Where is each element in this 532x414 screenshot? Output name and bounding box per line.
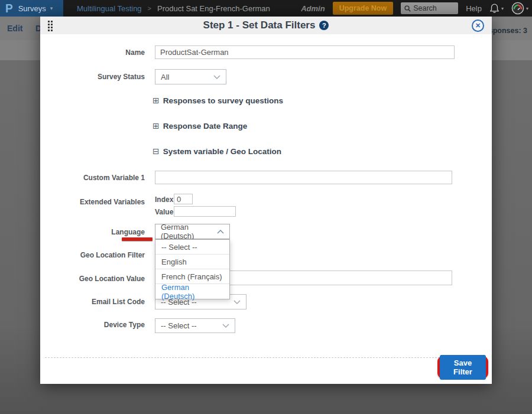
- language-option-german[interactable]: German (Deutsch): [155, 284, 229, 299]
- surveys-menu[interactable]: P Surveys ▾: [0, 0, 63, 17]
- save-filter-button[interactable]: Save Filter: [440, 355, 486, 380]
- search-input[interactable]: [413, 4, 455, 12]
- chevron-up-icon: [217, 230, 224, 234]
- red-underline-annotation: [122, 237, 153, 241]
- device-type-value: -- Select --: [161, 321, 197, 330]
- chevron-down-icon: ▾: [526, 6, 528, 11]
- breadcrumb: Multilingual Testing > Product Sat Eng-F…: [77, 0, 270, 17]
- topbar-right-group: Admin Upgrade Now Help ▾: [301, 0, 528, 17]
- section-responses-to-survey-questions[interactable]: ⊞ Responses to survey questions: [153, 96, 283, 105]
- expand-icon[interactable]: ⊞: [153, 121, 160, 131]
- expand-icon[interactable]: ⊞: [153, 96, 160, 105]
- screen: Edit Di Responses: 3 P Surveys ▾ Multili…: [0, 0, 532, 414]
- language-label: Language: [40, 228, 145, 236]
- section-label: Responses to survey questions: [163, 96, 283, 105]
- bell-icon: [489, 3, 499, 14]
- survey-status-label: Survey Status: [40, 73, 145, 81]
- language-option-english[interactable]: English: [155, 255, 229, 269]
- breadcrumb-current: Product Sat Eng-French-German: [157, 4, 270, 13]
- global-search[interactable]: [401, 2, 458, 14]
- chevron-down-icon: [233, 300, 241, 304]
- surveys-menu-label: Surveys: [18, 4, 46, 13]
- breadcrumb-separator: >: [148, 5, 151, 12]
- device-type-select[interactable]: -- Select --: [155, 318, 235, 333]
- email-list-code-label: Email List Code: [40, 298, 145, 306]
- survey-status-select[interactable]: All: [155, 69, 226, 84]
- language-select[interactable]: German (Deutsch): [155, 224, 230, 239]
- help-link[interactable]: Help: [466, 4, 482, 13]
- section-response-date-range[interactable]: ⊞ Response Date Range: [153, 121, 247, 131]
- account-menu[interactable]: ▾: [511, 2, 528, 15]
- close-icon[interactable]: ✕: [472, 19, 484, 32]
- modal-title: Step 1 - Set Data Filters: [203, 19, 316, 31]
- language-options-list: -- Select -- English French (Français) G…: [155, 239, 230, 299]
- custom-variable-1-input[interactable]: [155, 171, 452, 184]
- admin-label: Admin: [301, 4, 325, 13]
- tab-edit[interactable]: Edit: [7, 24, 22, 33]
- avatar: [511, 2, 524, 15]
- device-type-label: Device Type: [40, 321, 145, 329]
- survey-status-value: All: [161, 73, 169, 82]
- footer-divider: [45, 357, 487, 358]
- red-highlight-annotation: Save Filter: [437, 356, 488, 379]
- chevron-down-icon: [222, 324, 229, 328]
- search-icon: [404, 5, 411, 12]
- name-label: Name: [40, 48, 145, 57]
- upgrade-now-button[interactable]: Upgrade Now: [333, 2, 394, 15]
- language-option-french[interactable]: French (Français): [155, 269, 229, 284]
- extended-variables-label: Extended Variables: [40, 198, 145, 206]
- modal-header: Step 1 - Set Data Filters ? ✕: [40, 17, 492, 34]
- geo-location-value-label: Geo Location Value: [40, 275, 145, 283]
- top-nav-bar: P Surveys ▾ Multilingual Testing > Produ…: [0, 0, 532, 17]
- questionpro-logo-icon: P: [5, 2, 13, 14]
- breadcrumb-parent-link[interactable]: Multilingual Testing: [77, 4, 142, 13]
- chevron-down-icon: [213, 75, 220, 79]
- index-input[interactable]: [174, 194, 193, 204]
- language-option-select[interactable]: -- Select --: [155, 240, 229, 255]
- name-input[interactable]: [155, 45, 455, 59]
- set-data-filters-modal: Step 1 - Set Data Filters ? ✕ Name Surve…: [40, 17, 492, 384]
- section-label: System variable / Geo Location: [163, 147, 281, 156]
- geo-location-filter-label: Geo Location Filter: [40, 251, 145, 259]
- custom-variable-1-label: Custom Variable 1: [40, 174, 145, 182]
- chevron-down-icon: ▾: [501, 6, 504, 11]
- notifications-menu[interactable]: ▾: [489, 3, 504, 14]
- help-icon[interactable]: ?: [319, 21, 329, 30]
- collapse-icon[interactable]: ⊟: [153, 146, 160, 156]
- chevron-down-icon: ▾: [50, 5, 53, 11]
- language-selected-value: German (Deutsch): [161, 223, 217, 240]
- section-system-variable-geo-location[interactable]: ⊟ System variable / Geo Location: [153, 146, 281, 156]
- value-input[interactable]: [174, 206, 236, 217]
- section-label: Response Date Range: [163, 122, 248, 131]
